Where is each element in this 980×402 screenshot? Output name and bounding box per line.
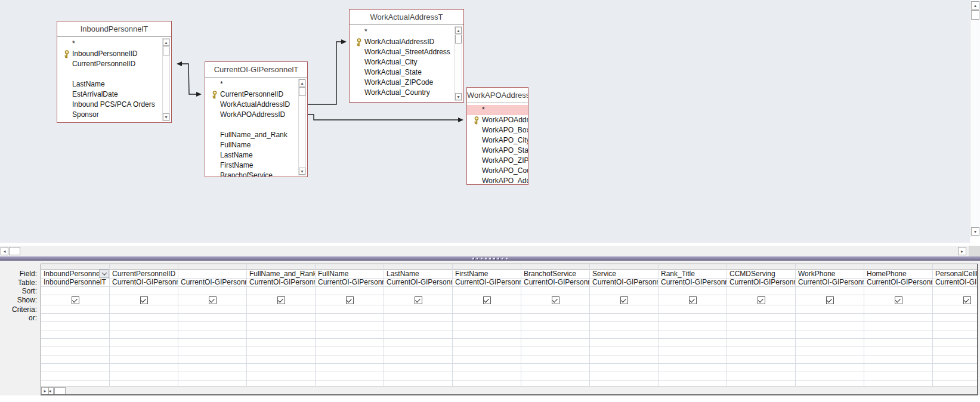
diagram-horizontal-scrollbar[interactable]: ◂ ▸ [0,246,969,256]
field-row[interactable]: * [205,79,307,89]
show-checkbox[interactable] [140,296,148,304]
scroll-down-icon[interactable]: ▾ [455,93,462,100]
empty-criteria-cell[interactable] [933,372,977,381]
grid-horizontal-scrollbar[interactable]: ◂ ▸ [41,386,977,395]
field-row[interactable]: WorkAPO_AddressLine [467,176,528,185]
show-checkbox[interactable] [826,296,834,304]
empty-criteria-cell[interactable] [590,364,658,372]
field-row[interactable]: WorkActual_StreetAddress [350,47,463,57]
show-cell[interactable] [110,295,178,305]
sort-cell[interactable] [590,287,658,295]
field-row[interactable]: FullName [205,140,307,150]
criteria-cell[interactable] [316,305,384,314]
column-selector[interactable] [384,264,452,270]
field-row[interactable]: FullName_and_Rank [205,130,307,140]
empty-criteria-cell[interactable] [590,322,658,330]
table-cell[interactable]: CurrentOI-GIPersonnelT [590,279,658,287]
empty-criteria-cell[interactable] [110,339,178,347]
empty-criteria-cell[interactable] [727,330,795,339]
empty-criteria-cell[interactable] [933,364,977,372]
scrollbar-thumb[interactable] [299,87,305,96]
empty-criteria-cell[interactable] [453,347,521,355]
empty-criteria-cell[interactable] [41,355,109,364]
empty-criteria-cell[interactable] [178,364,246,372]
show-checkbox[interactable] [620,296,628,304]
empty-criteria-cell[interactable] [41,339,109,347]
empty-criteria-cell[interactable] [316,364,384,372]
empty-criteria-cell[interactable] [590,347,658,355]
empty-criteria-cell[interactable] [590,330,658,339]
empty-criteria-cell[interactable] [384,322,452,330]
show-cell[interactable] [521,295,589,305]
scrollbar-thumb[interactable] [9,247,20,255]
column-selector[interactable] [590,264,658,270]
field-cell[interactable] [178,270,246,279]
criteria-cell[interactable] [247,305,315,314]
empty-criteria-cell[interactable] [864,339,932,347]
field-row[interactable]: WorkAPO_Country [467,166,528,176]
empty-criteria-cell[interactable] [453,372,521,381]
empty-criteria-cell[interactable] [247,339,315,347]
field-cell[interactable]: CCMDServing [727,270,795,279]
empty-criteria-cell[interactable] [178,339,246,347]
column-selector[interactable] [453,264,521,270]
table-cell[interactable]: InboundPersonnelT [41,279,109,287]
or-cell[interactable] [796,314,864,322]
field-cell[interactable]: Rank_Title [659,270,727,279]
empty-criteria-cell[interactable] [590,339,658,347]
empty-criteria-cell[interactable] [659,330,727,339]
field-row[interactable]: WorkAPO_City [467,135,528,146]
field-row[interactable]: WorkAPO_ZIPCode [467,156,528,166]
empty-criteria-cell[interactable] [110,372,178,381]
empty-criteria-cell[interactable] [727,372,795,381]
or-cell[interactable] [590,314,658,322]
field-cell[interactable]: BranchofService [521,270,589,279]
criteria-cell[interactable] [453,305,521,314]
empty-criteria-cell[interactable] [110,347,178,355]
table-cell[interactable]: CurrentOI-GIPersonnelT [727,279,795,287]
or-cell[interactable] [110,314,178,322]
empty-criteria-cell[interactable] [178,330,246,339]
field-row[interactable]: Inbound PCS/PCA Orders [57,100,171,110]
or-cell[interactable] [247,314,315,322]
empty-criteria-cell[interactable] [659,381,727,386]
field-row[interactable]: WorkAPO_Box [467,125,528,135]
empty-criteria-cell[interactable] [41,330,109,339]
empty-criteria-cell[interactable] [521,381,589,386]
empty-criteria-cell[interactable] [453,364,521,372]
scroll-right-icon[interactable]: ▸ [958,247,966,255]
table-card-workactualaddresst[interactable]: WorkActualAddressT *WorkActualAddressIDW… [349,9,464,103]
table-card-currentoi-gipersonnelt[interactable]: CurrentOI-GIPersonnelT *CurrentPersonnel… [205,61,308,177]
field-row[interactable]: Sponsor [57,110,171,120]
scroll-down-icon[interactable]: ▾ [971,227,979,236]
show-checkbox[interactable] [552,296,559,304]
table-card-inboundpersonnelt[interactable]: InboundPersonnelT *InboundPersonnelIDCur… [57,21,172,123]
column-selector[interactable] [316,264,384,270]
table-cell[interactable]: CurrentOI-GIPersonnelT [659,279,727,287]
scroll-right-icon[interactable]: ▸ [41,387,49,395]
empty-criteria-cell[interactable] [933,322,977,330]
or-cell[interactable] [933,314,977,322]
empty-criteria-cell[interactable] [590,355,658,364]
column-selector[interactable] [178,264,246,270]
empty-criteria-cell[interactable] [933,355,977,364]
empty-criteria-cell[interactable] [727,381,795,386]
table-cell[interactable]: CurrentOI-GIPersonnelT [178,279,246,287]
field-dropdown-button[interactable] [99,270,109,278]
empty-criteria-cell[interactable] [384,364,452,372]
sort-cell[interactable] [864,287,932,295]
show-cell[interactable] [796,295,864,305]
or-cell[interactable] [316,314,384,322]
empty-criteria-cell[interactable] [521,364,589,372]
or-cell[interactable] [384,314,452,322]
table-title[interactable]: CurrentOI-GIPersonnelT [205,62,307,78]
scrollbar-thumb[interactable] [455,35,462,44]
empty-criteria-cell[interactable] [659,372,727,381]
diagram-vertical-scrollbar[interactable]: ▴ ▾ [970,0,980,237]
column-selector[interactable] [864,264,932,270]
scroll-down-icon[interactable]: ▾ [163,113,169,120]
empty-criteria-cell[interactable] [384,347,452,355]
diagram-pane[interactable]: InboundPersonnelT *InboundPersonnelIDCur… [0,0,970,243]
field-cell[interactable]: HomePhone [864,270,932,279]
empty-criteria-cell[interactable] [727,355,795,364]
